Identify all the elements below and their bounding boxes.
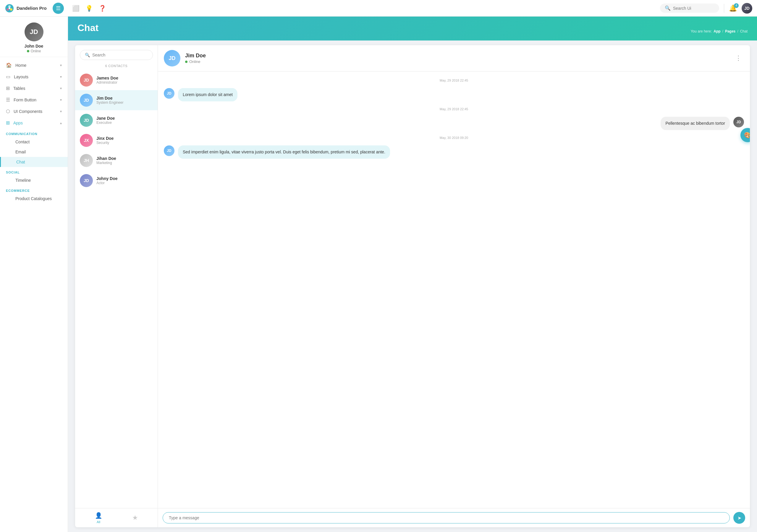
global-search-bar[interactable]: 🔍 — [660, 4, 719, 13]
breadcrumb-app-link[interactable]: App — [713, 29, 720, 33]
sidebar-item-ui-components[interactable]: ⬡ UI Components ▾ — [0, 105, 68, 117]
content-area: Chat You are here: App / Pages / Chat 🔍 — [68, 16, 757, 532]
contact-avatar: JD — [80, 94, 93, 107]
breadcrumb-current: Chat — [740, 29, 747, 33]
contact-info: James Doe Administrator — [96, 76, 153, 84]
contact-item[interactable]: JD Jane Doe Executive — [75, 110, 158, 130]
profile-name: John Doe — [24, 44, 44, 48]
home-icon: 🏠 — [6, 62, 12, 68]
status-dot — [27, 50, 29, 52]
sidebar-item-form-button[interactable]: ☰ Form Button ▾ — [0, 94, 68, 105]
search-icon: 🔍 — [665, 5, 671, 11]
question-icon[interactable]: ❓ — [99, 5, 106, 12]
message-row: JD Pellentesque ac bibendum tortor — [164, 117, 744, 130]
sidebar-item-chat[interactable]: Chat — [0, 157, 68, 167]
chevron-down-icon: ▾ — [60, 109, 62, 113]
topnav-icons: ⬜ 💡 ❓ — [72, 5, 106, 12]
contacts-footer: 👤 All ★ — [75, 508, 158, 527]
contacts-search-box[interactable]: 🔍 — [80, 50, 153, 60]
section-label-social: SOCIAL — [0, 167, 68, 175]
breadcrumb: You are here: App / Pages / Chat — [691, 29, 747, 33]
contact-role: Actor — [96, 181, 153, 185]
logo[interactable]: Dandelion Pro — [5, 4, 47, 13]
breadcrumb-pages-link[interactable]: Pages — [725, 29, 736, 33]
sidebar-item-contact[interactable]: Contact — [0, 137, 68, 147]
hamburger-icon: ☰ — [56, 5, 61, 12]
sidebar-item-layouts-label: Layouts — [14, 74, 28, 79]
screen-icon[interactable]: ⬜ — [72, 5, 79, 12]
chat-contact-status: Online — [185, 59, 728, 64]
contact-item[interactable]: JD James Doe Administrator — [75, 70, 158, 90]
user-avatar[interactable]: JD — [742, 3, 752, 14]
chat-header: JD Jim Doe Online ⋮ — [158, 45, 750, 72]
message-timestamp: May, 29 2018 22:45 — [164, 107, 744, 111]
contact-info: Johny Doe Actor — [96, 176, 153, 185]
section-label-ecommerce: ECOMMERCE — [0, 185, 68, 193]
sidebar-item-layouts[interactable]: ▭ Layouts ▾ — [0, 71, 68, 82]
sidebar-item-tables-label: Tables — [13, 86, 25, 91]
contact-role: System Engineer — [96, 101, 153, 104]
favorites-star-icon[interactable]: ★ — [132, 514, 138, 522]
contact-avatar: JX — [80, 134, 93, 147]
message-row: JD Lorem ipsum dolor sit amet — [164, 88, 744, 102]
chevron-down-icon: ▾ — [60, 86, 62, 90]
send-button[interactable]: ➤ — [733, 512, 745, 524]
breadcrumb-sep2: / — [737, 29, 738, 33]
contact-info: Jihan Doe Marketing — [96, 156, 153, 165]
chat-panel: 🎨 JD Jim Doe Online ⋮ — [158, 45, 750, 527]
notification-badge: 4 — [734, 3, 739, 8]
message-bubble: Lorem ipsum dolor sit amet — [178, 88, 237, 102]
chat-status-dot — [185, 61, 188, 63]
contact-item[interactable]: JD Johny Doe Actor — [75, 170, 158, 191]
chevron-up-icon: ▴ — [60, 121, 62, 125]
chat-header-info: Jim Doe Online — [185, 53, 728, 64]
chevron-down-icon: ▾ — [60, 75, 62, 79]
contacts-tab-all[interactable]: 👤 All — [95, 512, 102, 524]
svg-point-2 — [10, 8, 13, 11]
contact-item[interactable]: JH Jihan Doe Marketing — [75, 150, 158, 170]
global-search-input[interactable] — [673, 6, 714, 11]
hamburger-button[interactable]: ☰ — [53, 3, 64, 14]
app-title: Dandelion Pro — [16, 6, 47, 11]
contact-role: Executive — [96, 121, 153, 125]
chat-messages: May, 29 2018 22:45 JD Lorem ipsum dolor … — [158, 72, 750, 508]
svg-point-1 — [8, 5, 11, 8]
paint-icon: 🎨 — [744, 132, 750, 139]
message-timestamp: May, 30 2018 09:20 — [164, 136, 744, 139]
contact-item[interactable]: JD Jim Doe System Engineer — [75, 90, 158, 110]
notification-button[interactable]: 🔔 4 — [729, 4, 737, 12]
message-timestamp: May, 29 2018 22:45 — [164, 79, 744, 82]
chat-message-input[interactable] — [163, 512, 730, 523]
page-title: Chat — [77, 22, 99, 33]
message-avatar: JD — [164, 145, 174, 156]
topnav-right: 🔍 🔔 4 JD — [660, 3, 752, 14]
sidebar-item-apps[interactable]: ⊞ Apps ▴ — [0, 117, 68, 129]
form-icon: ☰ — [6, 97, 10, 103]
layouts-icon: ▭ — [6, 74, 10, 79]
sidebar-item-home[interactable]: 🏠 Home ▾ — [0, 59, 68, 71]
profile-avatar: JD — [24, 22, 44, 42]
contacts-count: 6 CONTACTS — [75, 62, 158, 70]
sidebar-item-product-catalogues[interactable]: Product Catalogues — [0, 193, 68, 204]
contact-avatar: JH — [80, 154, 93, 167]
sidebar: JD John Doe Online 🏠 Home ▾ ▭ Layouts — [0, 16, 68, 532]
person-icon: 👤 — [95, 512, 102, 519]
section-label-communication: COMMUNICATION — [0, 129, 68, 137]
chat-contact-name: Jim Doe — [185, 53, 728, 59]
contact-name: Jim Doe — [96, 96, 153, 101]
chat-container: 🔍 6 CONTACTS JD James Doe Administrator — [75, 45, 750, 527]
svg-point-3 — [7, 8, 9, 11]
sidebar-item-email[interactable]: Email — [0, 147, 68, 157]
contacts-search-input[interactable] — [92, 53, 148, 57]
sidebar-item-timeline[interactable]: Timeline — [0, 175, 68, 185]
contact-name: Jihan Doe — [96, 156, 153, 161]
message-bubble: Sed imperdiet enim ligula, vitae viverra… — [178, 145, 390, 159]
bulb-icon[interactable]: 💡 — [85, 5, 93, 12]
chevron-down-icon: ▾ — [60, 98, 62, 102]
svg-point-4 — [9, 7, 10, 9]
more-options-icon[interactable]: ⋮ — [733, 53, 744, 63]
sidebar-item-tables[interactable]: ⊞ Tables ▾ — [0, 82, 68, 94]
contacts-list: JD James Doe Administrator JD Ji — [75, 70, 158, 508]
chevron-down-icon: ▾ — [60, 63, 62, 67]
contact-item[interactable]: JX Jinx Doe Security — [75, 130, 158, 150]
